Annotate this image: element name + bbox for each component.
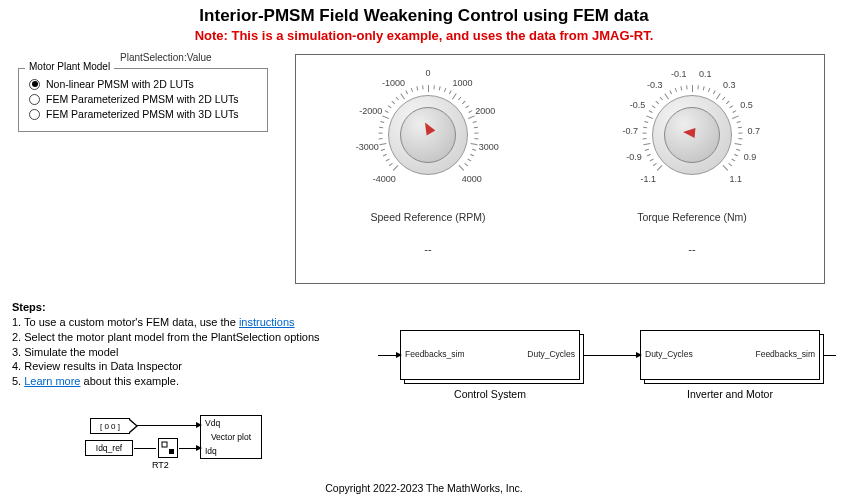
dial-tick-label: 0.3 [723, 80, 736, 90]
wire-rt-idq [179, 448, 196, 449]
rt2-label: RT2 [152, 460, 169, 470]
plant-selection-group: Motor Plant Model Non-linear PMSM with 2… [18, 68, 268, 132]
dial-tick-label: -0.9 [626, 152, 642, 162]
dial-tick-label: -3000 [356, 142, 379, 152]
wire-idq-rt [134, 448, 156, 449]
speed-dial[interactable]: -4000-3000-2000-100001000200030004000 [338, 65, 518, 205]
svg-rect-1 [169, 449, 174, 454]
page-title: Interior-PMSM Field Weakening Control us… [0, 0, 848, 26]
rt-icon [161, 441, 175, 455]
dial-tick-label: 0 [425, 68, 430, 78]
dials-panel: -4000-3000-2000-100001000200030004000 Sp… [295, 54, 825, 284]
step-1a: 1. To use a custom motor's FEM data, use… [12, 316, 239, 328]
signal-wire [584, 355, 636, 356]
radio-dot-icon [29, 79, 40, 90]
control-system-label: Control System [400, 388, 580, 400]
dial-tick-label: 0.5 [740, 100, 753, 110]
radio-label: FEM Parameterized PMSM with 3D LUTs [46, 108, 239, 120]
step-4: 4. Review results in Data Inspector [12, 360, 182, 372]
radio-option-2[interactable]: FEM Parameterized PMSM with 3D LUTs [29, 108, 257, 120]
radio-option-0[interactable]: Non-linear PMSM with 2D LUTs [29, 78, 257, 90]
steps-heading: Steps: [12, 301, 46, 313]
port-feedbacks-sim: Feedbacks_sim [405, 349, 465, 359]
signal-wire-feedback [378, 355, 396, 356]
vector-plot-block[interactable]: Vdq Vector plot Idq [200, 415, 262, 459]
torque-dial-value: -- [688, 243, 695, 255]
radio-dot-icon [29, 109, 40, 120]
control-system-block[interactable]: Feedbacks_sim Duty_Cycles [400, 330, 580, 380]
dial-tick-label: 0.7 [748, 126, 761, 136]
copyright-text: Copyright 2022-2023 The MathWorks, Inc. [0, 482, 848, 494]
dial-tick-label: -1.1 [640, 174, 656, 184]
rt2-block[interactable] [158, 438, 178, 458]
torque-dial-column: -1.1-0.9-0.7-0.5-0.3-0.10.10.30.50.70.91… [560, 55, 824, 283]
dial-tick-label: 0.1 [699, 69, 712, 79]
dial-tick-label: -0.1 [671, 69, 687, 79]
port-feedbacks-out: Feedbacks_sim [755, 349, 815, 359]
svg-rect-0 [162, 442, 167, 447]
dial-tick-label: 0.9 [744, 152, 757, 162]
inverter-motor-block[interactable]: Duty_Cycles Feedbacks_sim [640, 330, 820, 380]
speed-dial-title: Speed Reference (RPM) [371, 211, 486, 223]
step-2: 2. Select the motor plant model from the… [12, 331, 320, 343]
steps-text: Steps: 1. To use a custom motor's FEM da… [12, 300, 320, 389]
speed-dial-value: -- [424, 243, 431, 255]
radio-dot-icon [29, 94, 40, 105]
const-block[interactable]: [ 0 0 ] [90, 418, 130, 434]
torque-dial[interactable]: -1.1-0.9-0.7-0.5-0.3-0.10.10.30.50.70.91… [602, 65, 782, 205]
idq-port: Idq [205, 446, 217, 456]
vdq-port: Vdq [205, 418, 220, 428]
port-duty-cycles-in: Duty_Cycles [645, 349, 693, 359]
vector-plot-label: Vector plot [211, 432, 251, 442]
port-duty-cycles: Duty_Cycles [527, 349, 575, 359]
dial-tick-label: -0.5 [630, 100, 646, 110]
param-label: PlantSelection:Value [120, 52, 212, 63]
group-legend: Motor Plant Model [25, 61, 114, 72]
learn-more-link[interactable]: Learn more [24, 375, 80, 387]
inverter-motor-label: Inverter and Motor [640, 388, 820, 400]
dial-tick-label: 2000 [475, 106, 495, 116]
dial-knob [400, 107, 456, 163]
step-3: 3. Simulate the model [12, 346, 118, 358]
dial-tick-label: -2000 [359, 106, 382, 116]
goto-tag-icon-fill [129, 420, 136, 432]
dial-tick-label: -1000 [382, 78, 405, 88]
radio-label: Non-linear PMSM with 2D LUTs [46, 78, 194, 90]
wire-const-vdq [131, 425, 196, 426]
idq-ref-block[interactable]: Idq_ref [85, 440, 133, 456]
note-text: Note: This is a simulation-only example,… [0, 26, 848, 43]
dial-pointer-icon [683, 127, 696, 138]
torque-dial-title: Torque Reference (Nm) [637, 211, 747, 223]
speed-dial-column: -4000-3000-2000-100001000200030004000 Sp… [296, 55, 560, 283]
step-5b: about this example. [81, 375, 179, 387]
radio-option-1[interactable]: FEM Parameterized PMSM with 2D LUTs [29, 93, 257, 105]
step-5a: 5. [12, 375, 24, 387]
dial-tick-label: 3000 [479, 142, 499, 152]
signal-wire-out [824, 355, 836, 356]
instructions-link[interactable]: instructions [239, 316, 295, 328]
dial-tick-label: -4000 [373, 174, 396, 184]
dial-tick-label: 1.1 [730, 174, 743, 184]
radio-label: FEM Parameterized PMSM with 2D LUTs [46, 93, 239, 105]
dial-tick-label: -0.3 [647, 80, 663, 90]
dial-tick-label: 4000 [462, 174, 482, 184]
dial-tick-label: -0.7 [622, 126, 638, 136]
dial-tick-label: 1000 [452, 78, 472, 88]
